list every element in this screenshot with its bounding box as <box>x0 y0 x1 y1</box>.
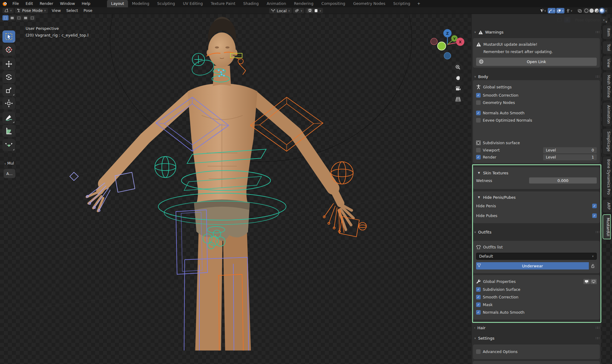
menu-help[interactable]: Help <box>78 0 94 7</box>
checkbox-subdiv-render[interactable] <box>476 155 481 159</box>
hide-subpanel[interactable]: ▼ Hide Penis/Pubes <box>476 194 597 201</box>
checkbox-outfit-smooth-correction[interactable] <box>476 295 481 299</box>
navigation-gizmo[interactable]: Z Y X <box>429 25 467 63</box>
sidebar-tab-simplicage[interactable]: Simplicage <box>603 128 611 155</box>
tool-annotate[interactable] <box>2 112 15 124</box>
panel-warnings-header[interactable]: ∨ Warnings ∷∷ <box>474 30 599 34</box>
menu-view[interactable]: View <box>49 8 64 13</box>
pivot-dropdown[interactable]: ∨ <box>293 8 304 13</box>
checkbox-normals-auto-smooth[interactable] <box>476 111 481 115</box>
tool-pose-breakdowner[interactable] <box>2 139 15 151</box>
sidebar-tab-animation[interactable]: Animation <box>603 102 611 127</box>
tab-shading[interactable]: Shading <box>239 0 263 7</box>
sidebar-tab-mustardui[interactable]: MustardUI <box>603 214 611 240</box>
sidebar-collapse-icon[interactable]: ∨ <box>605 20 607 23</box>
checkbox-subdiv-viewport[interactable] <box>476 148 481 152</box>
tool-tweak-select[interactable] <box>2 30 15 43</box>
checkbox-outfit-mask[interactable] <box>476 302 481 307</box>
checkbox-advanced-options[interactable] <box>476 349 481 354</box>
outfit-lock-button[interactable] <box>589 262 597 269</box>
solid-shading-icon[interactable] <box>589 9 594 13</box>
panel-grip[interactable]: ∷∷ <box>596 326 599 330</box>
sidebar-tab-item[interactable]: Item <box>603 25 611 39</box>
rendered-shading-icon[interactable] <box>600 9 604 13</box>
checkbox-hide-penis[interactable] <box>592 204 597 208</box>
select-extend-button[interactable] <box>9 15 15 20</box>
open-link-button[interactable]: Open Link <box>476 58 597 66</box>
tab-rendering[interactable]: Rendering <box>290 0 318 7</box>
tool-transform[interactable] <box>2 97 15 109</box>
panel-settings-header[interactable]: ∨ Settings ∷∷ <box>474 336 599 341</box>
render-level-field[interactable]: Level 1 <box>543 154 597 160</box>
tab-compositing[interactable]: Compositing <box>317 0 349 7</box>
checkbox-hide-pubes[interactable] <box>592 213 597 218</box>
tool-move[interactable] <box>2 58 15 70</box>
snap-magnet-icon[interactable] <box>307 9 313 13</box>
tab-scripting[interactable]: Scripting <box>389 0 414 7</box>
tab-geometry-nodes[interactable]: Geometry Nodes <box>349 0 389 7</box>
tool-measure[interactable] <box>2 125 15 137</box>
pose-xray-dropdown[interactable]: ∨ <box>565 8 573 13</box>
panel-grip[interactable]: ∷∷ <box>596 336 599 340</box>
visibility-filter-dropdown[interactable]: ∨ <box>539 8 547 13</box>
menu-window[interactable]: Window <box>57 0 78 7</box>
tab-modeling[interactable]: Modeling <box>128 0 153 7</box>
panel-grip[interactable]: ∷∷ <box>596 30 599 34</box>
underwear-outfit-button[interactable]: ▽ Underwear <box>476 262 589 269</box>
orientation-dropdown[interactable]: Local ∨ <box>269 8 292 13</box>
panel-hair-header[interactable]: › Hair ∷∷ <box>474 326 599 330</box>
tool-scale[interactable] <box>2 84 15 96</box>
panel-grip[interactable]: ∷∷ <box>596 75 599 79</box>
render-display-button[interactable] <box>590 279 597 284</box>
collapsed-redo-panel[interactable]: ∨ Mul <box>4 161 14 166</box>
sidebar-tab-bone-dynamics-pro[interactable]: Bone Dynamics Pro <box>603 156 611 198</box>
sidebar-tab-view[interactable]: View <box>603 56 611 70</box>
sidebar-tab-tool[interactable]: Tool <box>603 41 611 54</box>
tab-animation[interactable]: Animation <box>263 0 290 7</box>
editor-type-dropdown[interactable]: ∨ <box>2 8 14 13</box>
show-gizmos-toggle[interactable]: ∨ <box>548 8 556 13</box>
menu-render[interactable]: Render <box>36 0 57 7</box>
wireframe-shading-icon[interactable] <box>584 9 589 13</box>
panel-grip[interactable]: ∷∷ <box>596 230 599 234</box>
viewport-display-button[interactable] <box>583 279 590 284</box>
zoom-button[interactable] <box>454 63 462 72</box>
mode-dropdown[interactable]: Pose Mode ∨ <box>15 8 48 13</box>
camera-view-button[interactable] <box>454 84 462 93</box>
select-set-button[interactable] <box>2 15 9 20</box>
annotation-collapsed-button[interactable]: A... <box>4 169 15 178</box>
panel-outfits-header[interactable]: ∨ Outfits ∷∷ <box>474 230 599 234</box>
tab-uv-editing[interactable]: UV Editing <box>179 0 207 7</box>
viewport-level-field[interactable]: Level 0 <box>543 147 597 153</box>
select-invert-button[interactable] <box>23 15 29 20</box>
tab-texture-paint[interactable]: Texture Paint <box>207 0 239 7</box>
sidebar-tab-arp[interactable]: ARP <box>603 199 611 213</box>
tab-layout[interactable]: Layout <box>107 0 128 7</box>
sidebar-tab-mesh-online[interactable]: Mesh Online <box>603 72 611 101</box>
checkbox-outfit-normals-auto-smooth[interactable] <box>476 310 481 315</box>
select-intersect-button[interactable] <box>29 15 35 20</box>
wetness-slider[interactable]: 0.000 <box>529 177 597 184</box>
menu-edit[interactable]: Edit <box>22 0 36 7</box>
material-preview-icon[interactable] <box>595 9 599 13</box>
checkbox-geometry-nodes[interactable] <box>476 100 481 105</box>
toggle-xray-button[interactable] <box>577 8 583 13</box>
outfit-collection-dropdown[interactable]: Default ∨ <box>476 253 597 260</box>
menu-file[interactable]: File <box>9 0 22 7</box>
blender-logo-icon[interactable] <box>0 1 9 6</box>
skin-textures-subpanel[interactable]: ▼ Skin Textures <box>476 169 597 177</box>
add-workspace-button[interactable]: + <box>414 0 423 7</box>
tab-sculpting[interactable]: Sculpting <box>153 0 179 7</box>
panel-body-header[interactable]: ∨ Body ∷∷ <box>474 74 599 79</box>
show-overlays-toggle[interactable]: ∨ <box>556 8 564 13</box>
checkbox-smooth-correction[interactable] <box>476 93 481 98</box>
proportional-editing-icon[interactable] <box>314 9 318 12</box>
menu-select[interactable]: Select <box>63 8 81 13</box>
checkbox-outfit-subdivision[interactable] <box>476 287 481 292</box>
ortho-toggle-button[interactable] <box>454 95 462 104</box>
pan-button[interactable] <box>454 73 462 82</box>
tool-rotate[interactable] <box>2 71 15 83</box>
menu-pose[interactable]: Pose <box>81 8 95 13</box>
tool-cursor[interactable] <box>2 44 15 56</box>
select-subtract-button[interactable] <box>16 15 22 20</box>
